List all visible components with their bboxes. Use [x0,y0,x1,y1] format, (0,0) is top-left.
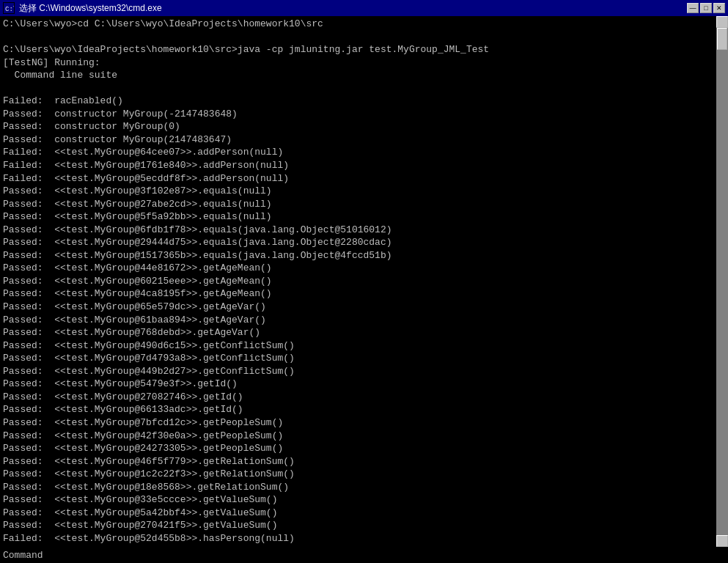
scrollbar-thumb[interactable] [717,28,727,50]
scrollbar-down-button[interactable]: ▼ [716,535,728,547]
title-bar-controls: — □ ✕ [687,3,725,13]
title-bar-left: C:\ 选择 C:\Windows\system32\cmd.exe [3,2,162,15]
status-text: Command [3,550,43,561]
title-bar-title: 选择 C:\Windows\system32\cmd.exe [19,2,162,15]
minimize-button[interactable]: — [687,3,699,13]
title-bar: C:\ 选择 C:\Windows\system32\cmd.exe — □ ✕ [0,0,728,16]
scrollbar-up-button[interactable]: ▲ [716,16,728,28]
close-button[interactable]: ✕ [713,3,725,13]
terminal-output: C:\Users\wyo>cd C:\Users\wyo\IdeaProject… [3,18,725,547]
cmd-window: C:\ 选择 C:\Windows\system32\cmd.exe — □ ✕… [0,0,728,563]
terminal-body: C:\Users\wyo>cd C:\Users\wyo\IdeaProject… [0,16,728,547]
scrollbar[interactable]: ▲ ▼ [716,16,728,547]
svg-text:C:\: C:\ [5,6,14,13]
status-bar: Command [0,547,728,563]
maximize-button[interactable]: □ [700,3,712,13]
cmd-icon: C:\ [3,2,15,14]
scrollbar-track[interactable] [716,28,728,535]
